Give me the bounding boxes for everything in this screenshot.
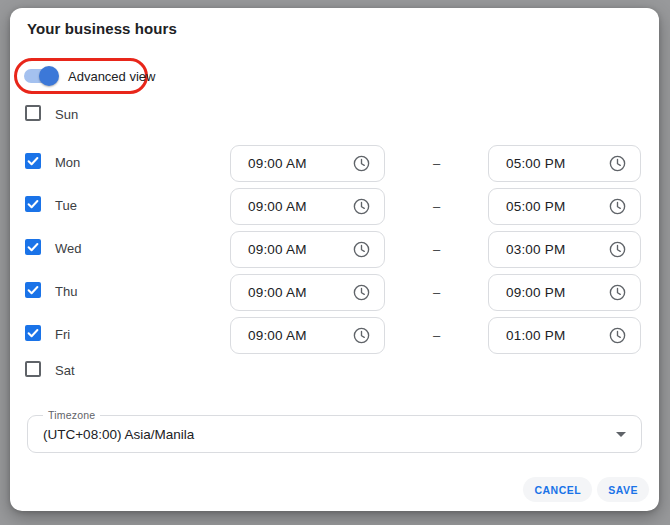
checkmark-icon [26, 240, 40, 254]
toggle-thumb-icon [39, 66, 59, 86]
day-row: Mon 09:00 AM – 05:00 PM [25, 144, 643, 183]
clock-icon[interactable] [608, 240, 627, 259]
close-time-field[interactable]: 05:00 PM [488, 145, 641, 182]
day-checkbox[interactable] [25, 153, 41, 169]
time-range-separator: – [385, 285, 488, 300]
clock-icon[interactable] [352, 283, 371, 302]
day-times: 09:00 AM – 09:00 PM [230, 274, 641, 311]
open-time-value: 09:00 AM [248, 156, 307, 171]
time-range-separator: – [385, 199, 488, 214]
open-time-value: 09:00 AM [248, 242, 307, 257]
advanced-view-toggle[interactable] [24, 69, 57, 83]
open-time-field[interactable]: 09:00 AM [230, 188, 385, 225]
dropdown-arrow-icon [616, 432, 626, 437]
day-checkbox[interactable] [25, 239, 41, 255]
day-times: 09:00 AM – 05:00 PM [230, 145, 641, 182]
close-time-field[interactable]: 03:00 PM [488, 231, 641, 268]
day-label: Sun [55, 105, 78, 125]
clock-icon[interactable] [608, 283, 627, 302]
day-checkbox[interactable] [25, 361, 41, 377]
days-list: Sun Mon 09:00 AM – 05:00 PM Tue [25, 103, 643, 383]
open-time-field[interactable]: 09:00 AM [230, 145, 385, 182]
day-times: 09:00 AM – 01:00 PM [230, 317, 641, 354]
clock-icon[interactable] [608, 197, 627, 216]
day-times: 09:00 AM – 03:00 PM [230, 231, 641, 268]
day-row: Thu 09:00 AM – 09:00 PM [25, 273, 643, 312]
red-annotation-oval: Advanced view [14, 58, 148, 94]
time-range-separator: – [385, 242, 488, 257]
checkmark-icon [26, 154, 40, 168]
time-range-separator: – [385, 156, 488, 171]
dialog-title: Your business hours [27, 20, 177, 37]
day-times: 09:00 AM – 05:00 PM [230, 188, 641, 225]
business-hours-dialog: Your business hours Advanced view Sun Mo… [10, 8, 659, 511]
day-row: Sat [25, 359, 643, 383]
clock-icon[interactable] [352, 240, 371, 259]
close-time-field[interactable]: 09:00 PM [488, 274, 641, 311]
close-time-field[interactable]: 05:00 PM [488, 188, 641, 225]
day-label: Tue [55, 196, 77, 216]
dialog-actions: CANCEL SAVE [523, 477, 649, 502]
cancel-button[interactable]: CANCEL [523, 477, 592, 502]
close-time-value: 05:00 PM [506, 199, 565, 214]
open-time-value: 09:00 AM [248, 199, 307, 214]
day-row: Fri 09:00 AM – 01:00 PM [25, 316, 643, 355]
checkmark-icon [26, 283, 40, 297]
advanced-view-label: Advanced view [68, 69, 155, 84]
close-time-value: 09:00 PM [506, 285, 565, 300]
day-row: Tue 09:00 AM – 05:00 PM [25, 187, 643, 226]
timezone-select[interactable]: Timezone (UTC+08:00) Asia/Manila [27, 415, 642, 453]
day-checkbox[interactable] [25, 105, 41, 121]
clock-icon[interactable] [352, 326, 371, 345]
day-label: Sat [55, 361, 75, 381]
day-checkbox[interactable] [25, 325, 41, 341]
day-checkbox[interactable] [25, 196, 41, 212]
close-time-value: 01:00 PM [506, 328, 565, 343]
checkmark-icon [26, 197, 40, 211]
clock-icon[interactable] [352, 154, 371, 173]
open-time-field[interactable]: 09:00 AM [230, 231, 385, 268]
clock-icon[interactable] [608, 326, 627, 345]
open-time-field[interactable]: 09:00 AM [230, 274, 385, 311]
open-time-field[interactable]: 09:00 AM [230, 317, 385, 354]
day-checkbox[interactable] [25, 282, 41, 298]
time-range-separator: – [385, 328, 488, 343]
close-time-value: 05:00 PM [506, 156, 565, 171]
day-label: Fri [55, 325, 70, 345]
day-label: Wed [55, 239, 82, 259]
clock-icon[interactable] [352, 197, 371, 216]
close-time-value: 03:00 PM [506, 242, 565, 257]
open-time-value: 09:00 AM [248, 285, 307, 300]
day-label: Mon [55, 153, 80, 173]
timezone-floating-label: Timezone [43, 409, 100, 421]
checkmark-icon [26, 326, 40, 340]
day-label: Thu [55, 282, 77, 302]
save-button[interactable]: SAVE [597, 477, 649, 502]
day-row: Wed 09:00 AM – 03:00 PM [25, 230, 643, 269]
day-row: Sun [25, 103, 643, 127]
close-time-field[interactable]: 01:00 PM [488, 317, 641, 354]
open-time-value: 09:00 AM [248, 328, 307, 343]
timezone-value: (UTC+08:00) Asia/Manila [43, 427, 194, 442]
clock-icon[interactable] [608, 154, 627, 173]
